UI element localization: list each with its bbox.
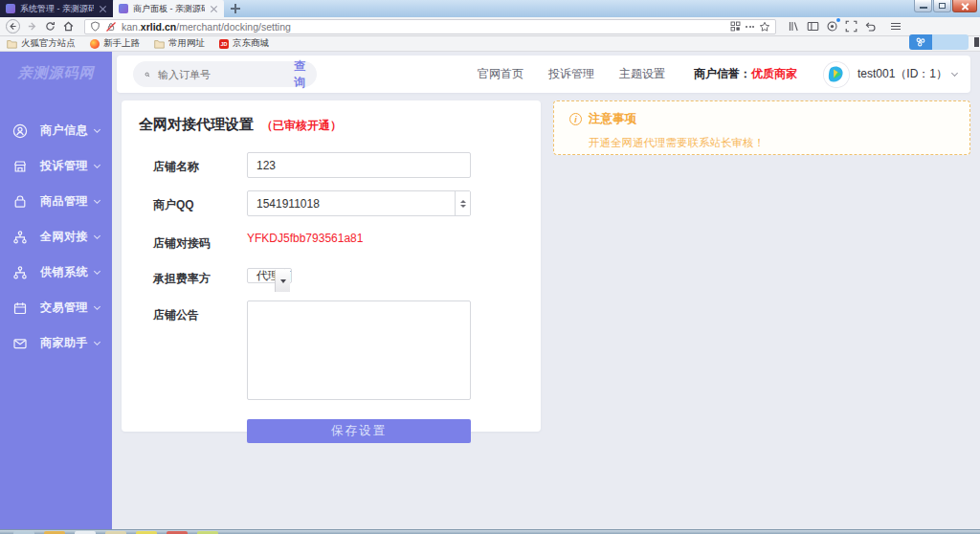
notice-content: 开通全网通代理需要联系站长审核！ [554,127,969,150]
bookmarks-bar: 火狐官方站点 新手上路 常用网址 JD 京东商城 [0,36,980,52]
tracking-shield-icon[interactable] [90,21,100,32]
calendar-icon [12,300,28,316]
avatar[interactable] [824,62,849,87]
select-dropdown-icon[interactable] [275,270,290,292]
page-content: 亲测源码网 商户信息 投诉管理 商品管理 全网对接 [0,52,980,529]
announcement-textarea[interactable] [247,300,471,400]
envelope-icon [12,336,28,351]
widget-cluster-icon[interactable] [909,34,932,50]
tab-close-icon[interactable] [210,5,218,13]
network-icon [12,230,28,245]
form-row-docking-code: 店铺对接码 YFKDJ5fbb793561a81 [122,229,541,252]
save-settings-button[interactable]: 保存设置 [247,419,471,443]
bookmark-item[interactable]: 常用网址 [154,37,205,50]
sidebar-item-products[interactable]: 商品管理 [0,184,112,219]
minimize-button[interactable] [914,0,932,12]
chevron-down-icon [94,267,100,274]
extension-icon[interactable] [826,20,838,33]
user-menu[interactable]: test001（ID：1） [858,66,957,82]
reputation-value: 优质商家 [751,67,797,80]
sidebar-toggle-icon[interactable] [807,20,819,33]
docking-code-value: YFKDJ5fbb793561a81 [247,225,363,245]
url-text: kan.xrlid.cn/merchant/docking/setting [122,21,725,33]
field-label: 店铺名称 [122,152,247,178]
site-logo[interactable]: 亲测源码网 [0,64,112,82]
status-badge: （已审核开通） [261,119,342,132]
folder-icon [154,39,165,49]
extension-search-widget[interactable] [909,34,969,50]
insecure-lock-icon[interactable] [105,21,117,33]
nav-link-complaints[interactable]: 投诉管理 [548,66,594,82]
url-bar[interactable]: kan.xrlid.cn/merchant/docking/setting [84,19,776,34]
search-icon [145,69,150,80]
folder-icon [7,39,17,49]
nav-link-theme[interactable]: 主题设置 [619,66,665,82]
library-icon[interactable] [788,20,800,33]
sidebar-item-assistant[interactable]: 商家助手 [0,325,112,361]
field-label: 店铺对接码 [122,229,247,252]
search-submit-button[interactable]: 查询 [294,58,305,91]
forward-icon[interactable] [26,20,38,33]
widget-input[interactable] [932,34,969,50]
order-search-input[interactable] [158,69,294,80]
tab-title: 系统管理 - 亲测源码网 www.q [20,3,94,15]
notice-title: 注意事项 [554,101,969,127]
tab-title: 商户面板 - 亲测源码网 www.q [133,3,205,15]
home-icon[interactable] [62,20,75,33]
sidebar-item-merchant-info[interactable]: 商户信息 [0,113,112,148]
chevron-down-icon [94,161,100,167]
shop-name-input[interactable] [247,152,471,178]
browser-tab-background[interactable]: 系统管理 - 亲测源码网 www.q [0,0,113,17]
chevron-down-icon [94,302,100,309]
form-row-fee-bearer: 承担费率方 代理商 [122,264,541,288]
browser-tab-active[interactable]: 商户面板 - 亲测源码网 www.q [113,0,224,17]
jd-icon: JD [219,39,229,49]
network-icon [12,265,28,280]
bookmark-item[interactable]: 新手上路 [90,37,140,50]
bookmark-item[interactable]: JD 京东商城 [219,37,269,50]
nav-link-home[interactable]: 官网首页 [478,66,523,82]
bookmark-item[interactable]: 火狐官方站点 [7,37,76,50]
fee-bearer-select[interactable]: 代理商 [247,268,292,283]
window-controls [913,0,977,12]
field-label: 承担费率方 [122,264,247,288]
merchant-qq-input[interactable] [247,190,471,216]
chevron-down-icon [94,196,100,203]
info-circle-icon [569,113,582,125]
window-titlebar: 系统管理 - 亲测源码网 www.q 商户面板 - 亲测源码网 www.q [0,0,980,17]
user-icon [12,123,28,139]
sidebar-menu: 商户信息 投诉管理 商品管理 全网对接 供销系统 [0,113,112,361]
tab-favicon [6,4,15,13]
screenshot-icon[interactable] [845,20,858,33]
restore-button[interactable] [933,0,951,12]
card-title: 全网对接代理设置（已审核开通） [122,100,541,134]
sidebar-item-docking[interactable]: 全网对接 [0,219,112,255]
menu-icon[interactable] [891,23,901,31]
undo-icon[interactable] [864,20,877,33]
number-spinner[interactable] [455,191,470,215]
close-button[interactable] [952,0,977,12]
sidebar-item-supply[interactable]: 供销系统 [0,255,112,290]
new-tab-button[interactable] [230,3,241,14]
back-icon[interactable] [6,19,20,33]
reload-icon[interactable] [44,20,56,33]
bag-icon [12,194,28,210]
form-row-announcement: 店铺公告 [122,300,541,404]
docking-settings-card: 全网对接代理设置（已审核开通） 店铺名称 商户QQ 店铺对接码 YFKDJ5fb… [122,100,541,432]
field-label: 商户QQ [122,190,247,216]
sidebar-item-complaints[interactable]: 投诉管理 [0,148,112,184]
sidebar-item-trades[interactable]: 交易管理 [0,290,112,325]
page-actions-icon[interactable] [746,26,754,28]
top-navbar: 查询 官网首页 投诉管理 主题设置 商户信誉：优质商家 test001（ID：1… [117,56,970,93]
tab-close-icon[interactable] [99,5,107,13]
order-search[interactable]: 查询 [133,61,317,87]
chevron-down-icon [94,232,100,238]
chevron-down-icon [951,69,958,76]
reputation-label: 商户信誉：优质商家 [694,66,797,82]
qr-code-icon[interactable] [730,21,741,32]
chevron-down-icon [94,338,100,345]
bookmark-star-icon[interactable] [759,21,770,33]
widget-edge-glyph [974,37,979,47]
windows-taskbar[interactable] [0,529,980,534]
firefox-icon [90,39,100,49]
